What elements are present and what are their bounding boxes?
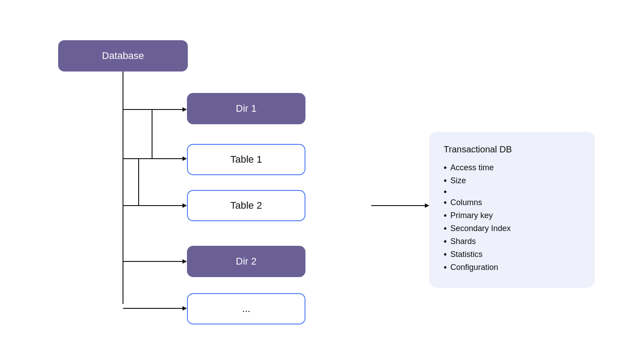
info-item-primary-key: Primary key: [444, 210, 580, 221]
info-item-shards: Shards: [444, 236, 580, 247]
info-item-secondary-index: Secondary Index: [444, 223, 580, 234]
info-item-configuration: Configuration: [444, 262, 580, 273]
list-spacer: [444, 189, 580, 195]
ellipsis-node: ...: [187, 293, 305, 324]
info-panel-list: Access time Size Columns Primary key Sec…: [444, 163, 580, 273]
info-item-statistics: Statistics: [444, 249, 580, 260]
svg-marker-19: [182, 306, 187, 311]
svg-marker-3: [182, 107, 187, 112]
info-panel-title: Transactional DB: [444, 144, 580, 155]
svg-marker-11: [182, 203, 187, 208]
table2-node: Table 2: [187, 190, 305, 221]
dir1-node: Dir 1: [187, 93, 305, 124]
dir2-node: Dir 2: [187, 246, 305, 277]
svg-marker-13: [425, 203, 429, 208]
diagram-container: Database Dir 1 Table 1 Table 2 Dir 2 ...…: [0, 0, 644, 362]
table1-node: Table 1: [187, 144, 305, 175]
info-item-size: Size: [444, 176, 580, 186]
svg-marker-16: [182, 259, 187, 264]
info-item-access-time: Access time: [444, 163, 580, 173]
info-panel: Transactional DB Access time Size Column…: [429, 132, 595, 288]
database-node: Database: [58, 40, 188, 72]
svg-marker-6: [182, 156, 187, 161]
info-item-columns: Columns: [444, 198, 580, 208]
